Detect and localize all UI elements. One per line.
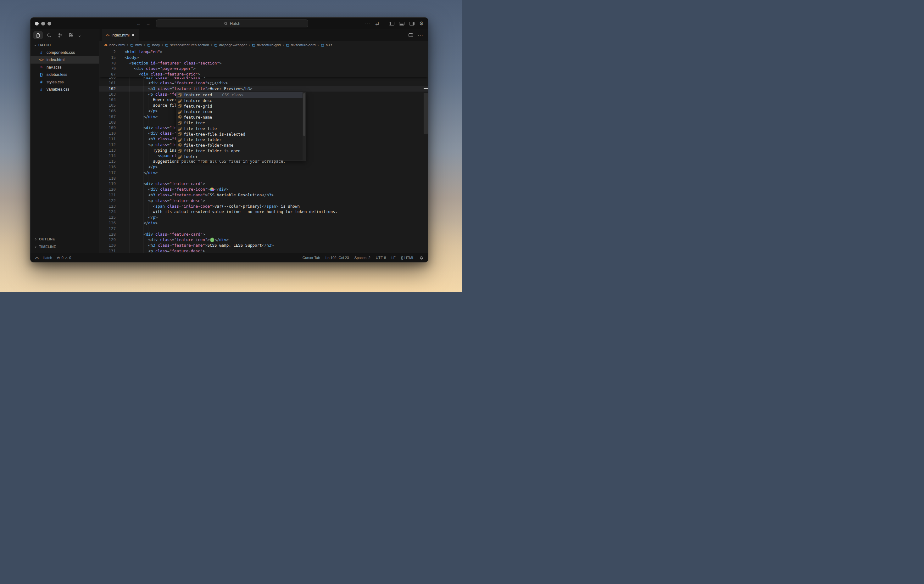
- code-line-118[interactable]: 118: [99, 175, 428, 181]
- panel-right-icon[interactable]: [409, 22, 414, 25]
- minimize-button[interactable]: [41, 22, 45, 25]
- code-line-128[interactable]: 128 <div class="feature-card">: [99, 232, 428, 237]
- code-line-102[interactable]: 102 <h3 class="feature-title">Hover Prev…: [99, 86, 428, 91]
- search-icon[interactable]: [45, 31, 54, 39]
- code-line-117[interactable]: 117 </div>: [99, 170, 428, 175]
- settings-gear-icon[interactable]: ⚙: [419, 21, 424, 26]
- breadcrumb-item[interactable]: section#features.section: [165, 43, 209, 47]
- code-line-121[interactable]: 121 <h3 class="feature-name">CSS Variabl…: [99, 192, 428, 198]
- breadcrumb-item[interactable]: div.feature-card: [286, 43, 316, 47]
- code-line-116[interactable]: 116 </p>: [99, 164, 428, 170]
- explorer-files-icon[interactable]: [33, 31, 43, 39]
- code-line-15[interactable]: 15<body>: [99, 55, 428, 60]
- suggestion-feature-name[interactable]: feature-name: [176, 114, 306, 120]
- status-html[interactable]: {} HTML: [401, 256, 414, 260]
- status-cursor-tab[interactable]: Cursor Tab: [302, 256, 320, 260]
- chevron-down-icon[interactable]: [79, 32, 80, 38]
- file-tree-item-components.css[interactable]: #components.css: [31, 49, 99, 56]
- breadcrumb-item[interactable]: h3.f: [321, 43, 332, 47]
- toggle-tabs-icon[interactable]: ⇄: [375, 21, 379, 26]
- remote-icon[interactable]: ><: [35, 256, 38, 260]
- panel-left-icon[interactable]: [389, 22, 394, 25]
- code-area[interactable]: 100 <div class="feature-card">101 <div c…: [99, 49, 428, 253]
- code-line-130[interactable]: 130 <h3 class="feature-name">SCSS &amp; …: [99, 243, 428, 248]
- status-lf[interactable]: LF: [391, 256, 395, 260]
- code-line-120[interactable]: 120 <div class="feature-icon"></div>: [99, 187, 428, 192]
- editor-scrollbar[interactable]: [424, 93, 428, 134]
- line-number: 15: [99, 55, 116, 60]
- suggestion-footer[interactable]: footer: [176, 154, 306, 159]
- code-line-131[interactable]: 131 <p class="feature-desc">: [99, 248, 428, 253]
- popup-scrollbar-thumb[interactable]: [303, 93, 305, 136]
- problems-indicator[interactable]: ⊗ 0 △ 0: [57, 255, 71, 260]
- line-content: </div>: [116, 170, 158, 175]
- breadcrumb-item[interactable]: div.feature-grid: [252, 43, 281, 47]
- suggestion-file-tree-file.is-selected[interactable]: file-tree-file.is-selected: [176, 132, 306, 137]
- css-class-icon: [177, 121, 182, 125]
- line-number: 109: [99, 125, 116, 131]
- status-app-name[interactable]: Hatch: [43, 256, 52, 260]
- bell-icon[interactable]: [419, 256, 423, 260]
- more-ellipsis-icon[interactable]: ···: [365, 21, 370, 26]
- code-line-2[interactable]: 2<html lang="en">: [99, 49, 428, 55]
- suggestion-file-tree-folder[interactable]: file-tree-folder: [176, 137, 306, 142]
- suggestion-feature-card[interactable]: feature-cardCSS class: [176, 92, 306, 98]
- breadcrumb-item[interactable]: <>index.html: [104, 43, 125, 47]
- panel-bottom-icon[interactable]: [399, 22, 404, 25]
- suggestion-feature-grid[interactable]: feature-grid: [176, 104, 306, 109]
- zoom-button[interactable]: [48, 22, 51, 25]
- breadcrumb-item[interactable]: body: [147, 43, 160, 47]
- line-content: <div class="page-wrapper">: [116, 66, 196, 71]
- status-spaces-2[interactable]: Spaces: 2: [355, 256, 370, 260]
- file-tree-item-nav.scss[interactable]: Snav.scss: [31, 64, 99, 71]
- file-tree-item-styles.css[interactable]: #styles.css: [31, 78, 99, 86]
- project-root-header[interactable]: HATCH: [31, 41, 99, 49]
- modified-dot-icon[interactable]: [132, 34, 134, 36]
- breadcrumb-item[interactable]: html: [130, 43, 142, 47]
- code-line-129[interactable]: 129 <div class="feature-icon"></div>: [99, 237, 428, 243]
- suggestion-feature-icon[interactable]: feature-icon: [176, 109, 306, 114]
- outline-panel-header[interactable]: OUTLINE: [31, 235, 99, 243]
- file-tree-item-sidebar.less[interactable]: {}sidebar.less: [31, 71, 99, 79]
- close-button[interactable]: [35, 22, 39, 25]
- code-line-124[interactable]: 124 with its actual resolved value inlin…: [99, 209, 428, 215]
- suggestion-feature-desc[interactable]: feature-desc: [176, 98, 306, 104]
- code-line-87[interactable]: 87 <div class="feature-grid">: [99, 71, 428, 77]
- code-line-78[interactable]: 78 <section id="features" class="section…: [99, 60, 428, 66]
- symbol-icon: [130, 43, 134, 47]
- code-line-79[interactable]: 79 <div class="page-wrapper">: [99, 66, 428, 71]
- line-number: 111: [99, 136, 116, 142]
- code-line-123[interactable]: 123 <span class="inline-code">var(--colo…: [99, 203, 428, 209]
- command-center-search[interactable]: Hatch: [156, 20, 308, 27]
- more-ellipsis-icon[interactable]: ···: [417, 32, 423, 38]
- code-line-122[interactable]: 122 <p class="feature-desc">: [99, 198, 428, 203]
- code-line-127[interactable]: 127: [99, 226, 428, 232]
- code-line-100[interactable]: 100 <div class="feature-card">: [99, 77, 428, 80]
- source-control-icon[interactable]: [55, 31, 65, 39]
- status-ln-102-col-23[interactable]: Ln 102, Col 23: [325, 256, 349, 260]
- line-number: 128: [99, 232, 116, 237]
- timeline-panel-header[interactable]: TIMELINE: [31, 243, 99, 250]
- forward-icon[interactable]: →: [146, 21, 150, 26]
- tab-index-html[interactable]: <> index.html: [102, 29, 139, 41]
- code-line-126[interactable]: 126 </div>: [99, 220, 428, 226]
- line-content: <div class="feature-icon"></div>: [116, 237, 229, 243]
- code-line-125[interactable]: 125 </p>: [99, 215, 428, 220]
- extensions-icon[interactable]: [66, 31, 76, 39]
- timeline-label: TIMELINE: [39, 245, 56, 248]
- file-tree-item-index.html[interactable]: <>index.html: [31, 56, 99, 64]
- suggestion-file-tree-folder-name[interactable]: file-tree-folder-name: [176, 142, 306, 148]
- code-line-119[interactable]: 119 <div class="feature-card">: [99, 181, 428, 187]
- code-line-101[interactable]: 101 <div class="feature-icon"></div>: [99, 80, 428, 86]
- suggestion-file-tree-file[interactable]: file-tree-file: [176, 126, 306, 132]
- suggestion-file-tree-folder.is-open[interactable]: file-tree-folder.is-open: [176, 148, 306, 154]
- back-icon[interactable]: ←: [137, 21, 141, 26]
- line-content: </p>: [116, 108, 158, 114]
- file-tree-item-variables.css[interactable]: #variables.css: [31, 86, 99, 93]
- suggestion-file-tree[interactable]: file-tree: [176, 120, 306, 126]
- suggestion-label: feature-card: [184, 92, 212, 98]
- breadcrumb-item[interactable]: div.page-wrapper: [214, 43, 247, 47]
- status-utf-8[interactable]: UTF-8: [376, 256, 386, 260]
- split-editor-icon[interactable]: [409, 33, 413, 37]
- search-emoji-icon: [210, 82, 213, 85]
